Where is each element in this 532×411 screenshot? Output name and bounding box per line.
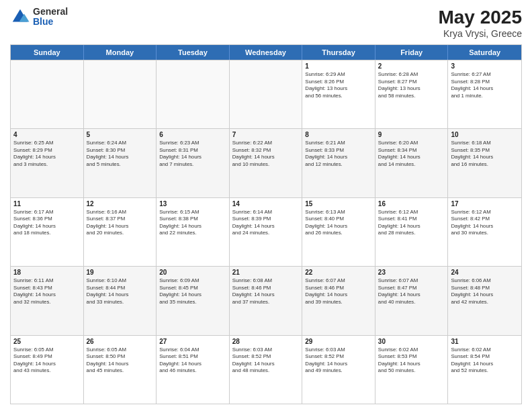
day-cell: 21Sunrise: 6:08 AM Sunset: 8:46 PM Dayli… [230, 267, 303, 334]
calendar-header: SundayMondayTuesdayWednesdayThursdayFrid… [11, 45, 521, 60]
day-number: 2 [378, 62, 445, 70]
day-cell: 10Sunrise: 6:18 AM Sunset: 8:35 PM Dayli… [448, 129, 521, 197]
day-info: Sunrise: 6:09 AM Sunset: 8:45 PM Dayligh… [159, 277, 226, 306]
day-number: 20 [159, 269, 226, 276]
empty-cell [157, 60, 230, 128]
day-info: Sunrise: 6:27 AM Sunset: 8:28 PM Dayligh… [451, 71, 519, 99]
day-number: 6 [159, 131, 226, 138]
day-cell: 12Sunrise: 6:16 AM Sunset: 8:37 PM Dayli… [84, 198, 157, 266]
logo-text: General Blue [33, 7, 68, 28]
weekday-header: Saturday [448, 45, 521, 60]
empty-cell [11, 60, 84, 128]
day-info: Sunrise: 6:21 AM Sunset: 8:33 PM Dayligh… [305, 140, 372, 168]
day-number: 24 [451, 269, 519, 276]
page: General Blue May 2025 Krya Vrysi, Greece… [0, 0, 532, 411]
day-cell: 17Sunrise: 6:12 AM Sunset: 8:42 PM Dayli… [448, 198, 521, 266]
day-number: 14 [232, 200, 300, 208]
day-number: 31 [451, 338, 519, 345]
day-cell: 25Sunrise: 6:05 AM Sunset: 8:49 PM Dayli… [11, 336, 84, 404]
day-cell: 11Sunrise: 6:17 AM Sunset: 8:36 PM Dayli… [11, 198, 84, 266]
page-subtitle: Krya Vrysi, Greece [438, 28, 522, 39]
day-info: Sunrise: 6:24 AM Sunset: 8:30 PM Dayligh… [87, 140, 154, 168]
day-cell: 8Sunrise: 6:21 AM Sunset: 8:33 PM Daylig… [302, 129, 375, 197]
day-number: 26 [87, 338, 154, 345]
day-number: 27 [159, 338, 226, 345]
day-cell: 24Sunrise: 6:06 AM Sunset: 8:48 PM Dayli… [448, 267, 521, 334]
day-info: Sunrise: 6:12 AM Sunset: 8:42 PM Dayligh… [451, 209, 519, 237]
day-cell: 13Sunrise: 6:15 AM Sunset: 8:38 PM Dayli… [157, 198, 230, 266]
day-cell: 5Sunrise: 6:24 AM Sunset: 8:30 PM Daylig… [84, 129, 157, 197]
weekday-header: Friday [375, 45, 449, 60]
day-cell: 16Sunrise: 6:12 AM Sunset: 8:41 PM Dayli… [375, 198, 449, 266]
day-info: Sunrise: 6:20 AM Sunset: 8:34 PM Dayligh… [378, 140, 445, 168]
day-cell: 30Sunrise: 6:02 AM Sunset: 8:53 PM Dayli… [375, 336, 449, 404]
day-cell: 7Sunrise: 6:22 AM Sunset: 8:32 PM Daylig… [230, 129, 303, 197]
day-cell: 28Sunrise: 6:03 AM Sunset: 8:52 PM Dayli… [230, 336, 303, 404]
logo: General Blue [10, 7, 68, 28]
day-cell: 2Sunrise: 6:28 AM Sunset: 8:27 PM Daylig… [375, 60, 449, 128]
empty-cell [84, 60, 157, 128]
day-number: 17 [451, 200, 519, 208]
day-cell: 27Sunrise: 6:04 AM Sunset: 8:51 PM Dayli… [157, 336, 230, 404]
day-info: Sunrise: 6:23 AM Sunset: 8:31 PM Dayligh… [159, 140, 226, 168]
day-info: Sunrise: 6:10 AM Sunset: 8:44 PM Dayligh… [87, 277, 154, 306]
day-number: 7 [232, 131, 300, 138]
logo-icon [10, 7, 30, 27]
day-number: 21 [232, 269, 300, 276]
day-cell: 3Sunrise: 6:27 AM Sunset: 8:28 PM Daylig… [448, 60, 521, 128]
day-info: Sunrise: 6:04 AM Sunset: 8:51 PM Dayligh… [159, 347, 226, 375]
day-number: 1 [305, 62, 372, 70]
day-info: Sunrise: 6:13 AM Sunset: 8:40 PM Dayligh… [305, 209, 372, 237]
weekday-header: Wednesday [230, 45, 303, 60]
day-number: 15 [305, 200, 372, 208]
day-cell: 19Sunrise: 6:10 AM Sunset: 8:44 PM Dayli… [84, 267, 157, 334]
day-number: 25 [13, 338, 81, 345]
header: General Blue May 2025 Krya Vrysi, Greece [10, 7, 522, 39]
logo-general: General [33, 7, 68, 17]
day-number: 30 [378, 338, 445, 345]
day-info: Sunrise: 6:08 AM Sunset: 8:46 PM Dayligh… [232, 277, 300, 306]
day-info: Sunrise: 6:28 AM Sunset: 8:27 PM Dayligh… [378, 71, 445, 99]
day-info: Sunrise: 6:03 AM Sunset: 8:52 PM Dayligh… [232, 347, 300, 375]
day-info: Sunrise: 6:02 AM Sunset: 8:53 PM Dayligh… [378, 347, 445, 375]
day-info: Sunrise: 6:07 AM Sunset: 8:46 PM Dayligh… [305, 277, 372, 306]
weekday-header: Monday [84, 45, 157, 60]
calendar-row: 1Sunrise: 6:29 AM Sunset: 8:26 PM Daylig… [11, 60, 521, 128]
day-cell: 4Sunrise: 6:25 AM Sunset: 8:29 PM Daylig… [11, 129, 84, 197]
day-number: 28 [232, 338, 300, 345]
day-info: Sunrise: 6:17 AM Sunset: 8:36 PM Dayligh… [13, 209, 81, 237]
day-info: Sunrise: 6:15 AM Sunset: 8:38 PM Dayligh… [159, 209, 226, 237]
day-number: 19 [87, 269, 154, 276]
day-cell: 26Sunrise: 6:05 AM Sunset: 8:50 PM Dayli… [84, 336, 157, 404]
calendar-row: 4Sunrise: 6:25 AM Sunset: 8:29 PM Daylig… [11, 128, 521, 197]
day-cell: 14Sunrise: 6:14 AM Sunset: 8:39 PM Dayli… [230, 198, 303, 266]
day-number: 11 [13, 200, 81, 208]
day-number: 18 [13, 269, 81, 276]
weekday-header: Sunday [11, 45, 84, 60]
day-info: Sunrise: 6:25 AM Sunset: 8:29 PM Dayligh… [13, 140, 81, 168]
day-number: 8 [305, 131, 372, 138]
logo-blue: Blue [33, 17, 68, 27]
day-cell: 15Sunrise: 6:13 AM Sunset: 8:40 PM Dayli… [302, 198, 375, 266]
day-info: Sunrise: 6:07 AM Sunset: 8:47 PM Dayligh… [378, 277, 445, 306]
day-cell: 29Sunrise: 6:03 AM Sunset: 8:52 PM Dayli… [302, 336, 375, 404]
day-number: 23 [378, 269, 445, 276]
day-number: 12 [87, 200, 154, 208]
day-number: 29 [305, 338, 372, 345]
day-number: 16 [378, 200, 445, 208]
day-cell: 9Sunrise: 6:20 AM Sunset: 8:34 PM Daylig… [375, 129, 449, 197]
day-cell: 23Sunrise: 6:07 AM Sunset: 8:47 PM Dayli… [375, 267, 449, 334]
day-info: Sunrise: 6:16 AM Sunset: 8:37 PM Dayligh… [87, 209, 154, 237]
day-number: 4 [13, 131, 81, 138]
day-info: Sunrise: 6:22 AM Sunset: 8:32 PM Dayligh… [232, 140, 300, 168]
day-info: Sunrise: 6:14 AM Sunset: 8:39 PM Dayligh… [232, 209, 300, 237]
day-cell: 22Sunrise: 6:07 AM Sunset: 8:46 PM Dayli… [302, 267, 375, 334]
day-cell: 20Sunrise: 6:09 AM Sunset: 8:45 PM Dayli… [157, 267, 230, 334]
day-cell: 18Sunrise: 6:11 AM Sunset: 8:43 PM Dayli… [11, 267, 84, 334]
day-cell: 31Sunrise: 6:02 AM Sunset: 8:54 PM Dayli… [448, 336, 521, 404]
calendar-row: 11Sunrise: 6:17 AM Sunset: 8:36 PM Dayli… [11, 197, 521, 266]
day-number: 13 [159, 200, 226, 208]
day-info: Sunrise: 6:29 AM Sunset: 8:26 PM Dayligh… [305, 71, 372, 99]
page-title: May 2025 [438, 7, 522, 28]
day-number: 5 [87, 131, 154, 138]
